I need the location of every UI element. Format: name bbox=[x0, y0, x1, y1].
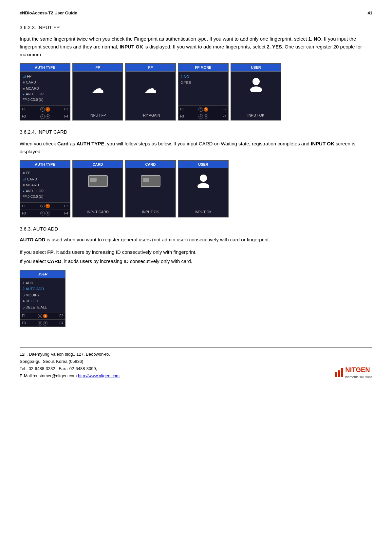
footer-address: 12F, Daemyung Valeon bldg., 127, Beobwon… bbox=[20, 351, 120, 380]
fp-item-card: CARD bbox=[23, 79, 67, 85]
fp-screen1-footer: F1 ⊖ ✓ F2 bbox=[20, 105, 70, 113]
card-btn-plus[interactable]: ⊕ bbox=[46, 211, 50, 215]
nitgen-bars bbox=[335, 368, 343, 377]
btn-down[interactable]: ⊙ bbox=[40, 114, 45, 119]
fingerprint-icon-1: ☁ bbox=[75, 73, 120, 101]
btn-minus[interactable]: ⊖ bbox=[40, 107, 45, 112]
svg-point-3 bbox=[197, 183, 209, 188]
fp-screen3-content: ☁ bbox=[126, 72, 175, 113]
auto-add-item-2: 2.AUTO ADD bbox=[23, 286, 63, 292]
user-silhouette-icon bbox=[248, 77, 264, 92]
fp-screen5-content bbox=[231, 72, 281, 113]
card-screen1-footer: F1 ⊖ ✓ F2 bbox=[20, 202, 70, 210]
auto-btn-plus[interactable]: ⊕ bbox=[43, 321, 47, 326]
card-screen-auth-type: AUTH TYPE FP CARD MCARD ●AND ○OR FP:0 CD… bbox=[20, 160, 70, 217]
section-heading-362-4: 3.6.2.4. INPUT CARD bbox=[20, 128, 372, 136]
btn-plus[interactable]: ⊕ bbox=[46, 114, 50, 119]
card-btn-check[interactable]: ✓ bbox=[46, 204, 50, 208]
card-screen2-label: INPUT CARD bbox=[73, 209, 122, 217]
fp-screen2-title: FP bbox=[73, 64, 122, 72]
section-heading-363: 3.6.3. AUTO ADD bbox=[20, 225, 372, 233]
card-screen1-footer2: F3 ⊙ ⊕ F4 bbox=[20, 210, 70, 217]
footer-link[interactable]: http://www.nitgen.com bbox=[78, 373, 120, 378]
auto-btn-down[interactable]: ⊙ bbox=[38, 321, 42, 326]
card-icon-2 bbox=[141, 175, 160, 187]
fp-screen4-content: 1.NO 2.YES bbox=[178, 72, 228, 106]
auto-add-screen-title: USER bbox=[20, 271, 65, 278]
card-screen4-content bbox=[178, 168, 228, 209]
fp-screen3-title: FP bbox=[126, 64, 175, 72]
page-header: eNBioAccess-T2 User Guide 41 bbox=[20, 10, 372, 18]
fp-screen3-label: TRY AGAIN bbox=[126, 113, 175, 120]
card-screens-row: AUTH TYPE FP CARD MCARD ●AND ○OR FP:0 CD… bbox=[20, 160, 372, 217]
svg-point-2 bbox=[200, 175, 207, 182]
user-silhouette-icon-2 bbox=[195, 174, 212, 188]
user-icon-card bbox=[181, 170, 226, 190]
page-number: 41 bbox=[368, 10, 372, 16]
fp-screen-auth-type: AUTH TYPE FP CARD MCARD ●AND ○OR FP:0 CD… bbox=[20, 63, 70, 121]
auto-add-screen: USER 1.ADD 2.AUTO ADD 3.MODIFY 4.DELETE … bbox=[20, 270, 65, 327]
card-btn-minus[interactable]: ⊖ bbox=[40, 204, 45, 208]
fp-screens-row: AUTH TYPE FP CARD MCARD ●AND ○OR FP:0 CD… bbox=[20, 63, 372, 121]
fp-screen2-label: INPUT FP bbox=[73, 113, 122, 120]
btn-check-2[interactable]: ⊕ bbox=[204, 107, 208, 112]
section-363-card-line: If you select CARD, it adds users by inc… bbox=[20, 257, 372, 265]
fingerprint-icon-2: ☁ bbox=[128, 73, 173, 101]
card-screen2-title: CARD bbox=[73, 161, 122, 169]
fp-screen-try-again: FP ☁ TRY AGAIN bbox=[125, 63, 176, 121]
fp-more-item1: 1.NO bbox=[181, 74, 226, 80]
auto-btn-check[interactable]: ⊕ bbox=[43, 314, 47, 318]
nitgen-text: NITGEN biometric solutions bbox=[345, 365, 372, 380]
card-icon-1 bbox=[88, 175, 108, 187]
bar-3 bbox=[341, 368, 343, 377]
footer-logo: NITGEN biometric solutions bbox=[335, 365, 372, 380]
fp-more-item2: 2.YES bbox=[181, 80, 226, 86]
fp-item-mcard: MCARD bbox=[23, 85, 67, 92]
section-heading-362-3: 3.6.2.3. INPUT FP bbox=[20, 24, 372, 31]
section-363-fp-line: If you select FP, it adds users by incre… bbox=[20, 248, 372, 256]
bar-1 bbox=[335, 372, 337, 377]
auto-add-screens-row: USER 1.ADD 2.AUTO ADD 3.MODIFY 4.DELETE … bbox=[20, 270, 372, 327]
btn-check[interactable]: ✓ bbox=[46, 107, 50, 112]
card-screen-user-ok: USER INPUT OK bbox=[178, 160, 229, 217]
auto-add-item-3: 3.MODIFY bbox=[23, 292, 63, 298]
card-screen-input-card: CARD INPUT CARD bbox=[72, 160, 123, 217]
btn-plus-2[interactable]: ⊕ bbox=[204, 114, 208, 119]
section-362-3-body: Input the same fingerprint twice when yo… bbox=[20, 35, 372, 59]
fp-screen1-footer2: F3 ⊙ ⊕ F4 bbox=[20, 113, 70, 120]
fp-screen4-title: FP MORE bbox=[178, 64, 228, 72]
card-screen-input-ok: CARD INPUT OK bbox=[125, 160, 176, 217]
fp-screen-input-fp: FP ☁ INPUT FP bbox=[72, 63, 123, 121]
fp-screen-fp-more: FP MORE 1.NO 2.YES F1 ⊖ ⊕ F2 F3 ⊙ ⊕ F4 bbox=[178, 63, 229, 121]
fp-screen1-title: AUTH TYPE bbox=[20, 64, 70, 72]
auto-add-screen-footer: F1 ⊖ ⊕ F2 bbox=[20, 312, 65, 319]
header-title: eNBioAccess-T2 User Guide bbox=[20, 10, 77, 16]
card-screen3-content bbox=[126, 168, 175, 209]
btn-down-2[interactable]: ⊙ bbox=[198, 114, 203, 119]
fp-screen4-footer2: F3 ⊙ ⊕ F4 bbox=[178, 113, 228, 120]
page-footer: 12F, Daemyung Valeon bldg., 127, Beobwon… bbox=[20, 347, 372, 380]
fp-item-fp: FP bbox=[23, 73, 67, 80]
fp-and-or: ●AND ○OR bbox=[23, 92, 67, 97]
fp-screen4-footer: F1 ⊖ ⊕ F2 bbox=[178, 105, 228, 113]
section-362-4-body: When you check Card as AUTH TYPE, you wi… bbox=[20, 140, 372, 156]
auto-add-item-5: 5.DELETE ALL bbox=[23, 304, 63, 310]
card-screen1-content: FP CARD MCARD ●AND ○OR FP:0 CD:0 (U) bbox=[20, 168, 70, 202]
card-item-mcard: MCARD bbox=[23, 182, 67, 188]
card-screen2-content bbox=[73, 168, 122, 209]
fp-screen2-content: ☁ bbox=[73, 72, 122, 113]
fp-screen1-content: FP CARD MCARD ●AND ○OR FP:0 CD:0 (U) bbox=[20, 72, 70, 106]
auto-add-item-1: 1.ADD bbox=[23, 280, 63, 286]
card-cd-info: FP:0 CD:0 (U) bbox=[23, 194, 67, 199]
card-screen4-title: USER bbox=[178, 161, 228, 169]
auto-add-item-4: 4.DELETE bbox=[23, 298, 63, 304]
card-screen3-label: INPUT OK bbox=[126, 209, 175, 217]
svg-point-1 bbox=[250, 86, 262, 92]
card-item-card: CARD bbox=[23, 176, 67, 182]
btn-minus-2[interactable]: ⊖ bbox=[198, 107, 203, 112]
fp-cd-info: FP:0 CD:0 (U) bbox=[23, 97, 67, 103]
svg-point-0 bbox=[252, 78, 260, 85]
auto-btn-minus[interactable]: ⊖ bbox=[38, 314, 42, 318]
card-btn-down[interactable]: ⊙ bbox=[40, 211, 45, 215]
nitgen-logo: NITGEN biometric solutions bbox=[335, 365, 372, 380]
